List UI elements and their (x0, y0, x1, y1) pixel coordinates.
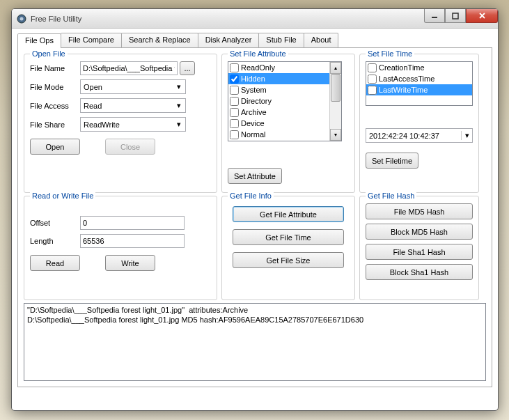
file-name-input[interactable] (80, 61, 178, 75)
svg-rect-3 (453, 13, 458, 19)
time-checkbox[interactable] (368, 75, 377, 84)
svg-point-1 (20, 17, 24, 20)
attr-item-archive[interactable]: Archive (228, 107, 329, 118)
attr-item-hidden[interactable]: Hidden (228, 73, 329, 84)
attr-label: Directory (241, 97, 272, 105)
datetime-picker[interactable]: 2012:42:24 10:42:37 ▾ (366, 128, 473, 143)
time-listbox[interactable]: CreationTimeLastAccessTimeLastWriteTime (366, 61, 473, 106)
label-file-mode: File Mode (30, 83, 80, 91)
content-area: File Ops File Compare Search & Replace D… (12, 29, 498, 391)
tab-body: Open File File Name ... File Mode Open▾ … (17, 48, 492, 387)
chevron-down-icon: ▾ (173, 120, 184, 129)
time-item-creationtime[interactable]: CreationTime (366, 62, 472, 73)
open-button[interactable]: Open (30, 139, 80, 155)
tab-disk-analyzer[interactable]: Disk Analyzer (198, 33, 260, 47)
set-attribute-button[interactable]: Set Attribute (228, 168, 282, 184)
attr-label: System (241, 86, 267, 94)
titlebar[interactable]: Free File Utility (12, 9, 498, 29)
offset-input[interactable] (80, 216, 185, 230)
chevron-down-icon: ▾ (173, 82, 184, 91)
group-legend: Read or Write File (30, 192, 95, 200)
tab-file-ops[interactable]: File Ops (17, 33, 61, 48)
group-legend: Set File Time (366, 49, 414, 58)
time-label: CreationTime (379, 63, 425, 72)
time-item-lastwritetime[interactable]: LastWriteTime (366, 84, 472, 95)
attr-checkbox[interactable] (230, 97, 239, 106)
attr-checkbox[interactable] (230, 108, 239, 117)
get-file-time-button[interactable]: Get File Time (233, 229, 344, 245)
label-file-name: File Name (30, 64, 80, 72)
output-textbox[interactable]: "D:\Softpedia\___Softpedia forest light_… (24, 303, 486, 381)
attr-item-readonly[interactable]: ReadOnly (228, 62, 329, 73)
close-file-button[interactable]: Close (105, 139, 155, 155)
attr-label: ReadOnly (241, 63, 275, 72)
get-file-attribute-button[interactable]: Get File Attribute (233, 206, 344, 222)
scroll-up-button[interactable]: ▴ (330, 62, 341, 74)
group-legend: Set File Attribute (228, 49, 288, 58)
scroll-track[interactable] (330, 74, 341, 129)
attribute-listbox[interactable]: ReadOnlyHiddenSystemDirectoryArchiveDevi… (228, 61, 342, 141)
set-filetime-button[interactable]: Set Filetime (366, 153, 418, 169)
close-button[interactable] (466, 9, 498, 23)
scrollbar[interactable]: ▴ ▾ (329, 62, 341, 141)
write-button[interactable]: Write (105, 255, 155, 271)
scroll-down-button[interactable]: ▾ (330, 129, 341, 141)
time-item-lastaccesstime[interactable]: LastAccessTime (366, 73, 472, 84)
maximize-button[interactable] (445, 9, 466, 23)
attr-label: Normal (241, 130, 265, 139)
combo-value: ReadWrite (84, 120, 120, 129)
attr-checkbox[interactable] (230, 130, 239, 139)
file-share-combo[interactable]: ReadWrite▾ (80, 117, 186, 132)
chevron-down-icon: ▾ (461, 131, 472, 140)
attr-item-directory[interactable]: Directory (228, 95, 329, 107)
block-md5-button[interactable]: Block MD5 Hash (366, 224, 473, 240)
tab-stub-file[interactable]: Stub File (258, 33, 304, 47)
minimize-button[interactable] (424, 9, 445, 23)
read-button[interactable]: Read (30, 255, 80, 271)
group-legend: Get File Info (228, 192, 274, 200)
attr-label: Device (241, 119, 265, 127)
group-open-file: Open File File Name ... File Mode Open▾ … (24, 54, 217, 193)
attr-checkbox[interactable] (230, 63, 239, 72)
attr-checkbox[interactable] (230, 75, 239, 84)
tab-search-replace[interactable]: Search & Replace (121, 33, 198, 47)
tab-about[interactable]: About (304, 33, 339, 47)
group-legend: Open File (30, 49, 68, 58)
window-title: Free File Utility (31, 15, 81, 23)
time-label: LastWriteTime (379, 86, 428, 94)
combo-value: Open (84, 83, 102, 91)
length-input[interactable] (80, 234, 185, 248)
tab-file-compare[interactable]: File Compare (61, 33, 122, 47)
label-file-share: File Share (30, 120, 80, 129)
group-legend: Get File Hash (366, 192, 416, 200)
time-checkbox[interactable] (368, 86, 377, 95)
app-icon (16, 13, 27, 24)
attr-item-system[interactable]: System (228, 84, 329, 95)
scroll-thumb[interactable] (331, 74, 340, 102)
browse-button[interactable]: ... (180, 61, 195, 75)
get-file-size-button[interactable]: Get File Size (233, 252, 344, 268)
label-offset: Offset (30, 219, 80, 227)
attr-label: Archive (241, 108, 267, 116)
group-set-attribute: Set File Attribute ReadOnlyHiddenSystemD… (221, 54, 355, 193)
attr-checkbox[interactable] (230, 86, 239, 95)
file-sha1-button[interactable]: File Sha1 Hash (366, 244, 473, 260)
time-checkbox[interactable] (368, 63, 377, 72)
datetime-value: 2012:42:24 10:42:37 (369, 132, 439, 140)
file-mode-combo[interactable]: Open▾ (80, 79, 186, 94)
tab-strip: File Ops File Compare Search & Replace D… (17, 33, 492, 48)
time-label: LastAccessTime (379, 75, 434, 83)
window: Free File Utility File Ops File Compare … (11, 8, 499, 411)
attr-checkbox[interactable] (230, 119, 239, 128)
file-access-combo[interactable]: Read▾ (80, 98, 186, 113)
group-get-hash: Get File Hash File MD5 Hash Block MD5 Ha… (359, 196, 479, 300)
file-md5-button[interactable]: File MD5 Hash (366, 203, 473, 219)
attr-item-normal[interactable]: Normal (228, 129, 329, 140)
attr-item-device[interactable]: Device (228, 118, 329, 129)
group-get-info: Get File Info Get File Attribute Get Fil… (221, 196, 355, 300)
group-set-time: Set File Time CreationTimeLastAccessTime… (359, 54, 479, 193)
chevron-down-icon: ▾ (173, 101, 184, 110)
label-length: Length (30, 237, 80, 245)
block-sha1-button[interactable]: Block Sha1 Hash (366, 264, 473, 280)
attr-label: Hidden (241, 75, 265, 83)
